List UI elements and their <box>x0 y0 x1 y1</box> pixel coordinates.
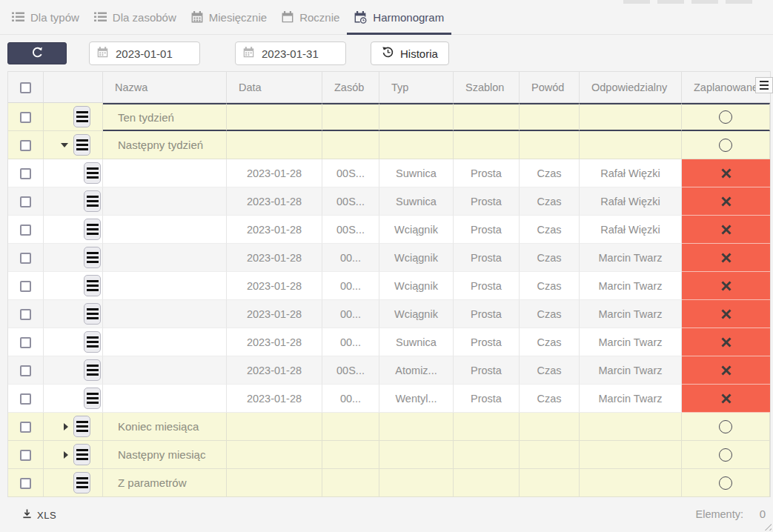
schedule-grid: Nazwa Data Zasób Typ Szablon Powód Odpow… <box>7 71 771 498</box>
row-menu-button[interactable] <box>73 472 90 493</box>
export-xls-button[interactable]: XLS <box>22 508 56 521</box>
resize-grip[interactable] <box>762 521 772 531</box>
tab-dla-typów[interactable]: Dla typów <box>4 0 87 34</box>
row-menu-button[interactable] <box>84 190 101 212</box>
group-name: Koniec miesiąca <box>103 413 227 441</box>
cell-planned <box>682 103 770 131</box>
history-button[interactable]: Historia <box>371 41 449 65</box>
row-menu-button[interactable] <box>73 134 90 156</box>
cell-responsible: Marcin Twarz <box>580 272 682 300</box>
cell-date: 2023-01-28 <box>227 159 322 187</box>
collapse-caret-icon[interactable] <box>61 143 68 147</box>
cell-planned <box>682 385 770 413</box>
row-checkbox[interactable] <box>20 450 31 461</box>
cell-date: 2023-01-28 <box>227 356 322 385</box>
tab-bar: Dla typówDla zasobówMiesięcznieRocznieHa… <box>0 0 773 35</box>
table-row[interactable]: 2023-01-2800S...Atomiz...ProstaCzasMarci… <box>8 356 770 385</box>
row-menu-button[interactable] <box>73 444 90 465</box>
table-row[interactable]: 2023-01-2800...WciągnikProstaCzasMarcin … <box>8 244 770 272</box>
row-menu-button[interactable] <box>84 359 101 381</box>
row-checkbox[interactable] <box>20 309 31 320</box>
column-header-template[interactable]: Szablon <box>454 72 520 103</box>
row-checkbox[interactable] <box>20 365 31 376</box>
group-row[interactable]: Z parametrów <box>8 469 770 497</box>
column-header-date[interactable]: Data <box>227 72 322 103</box>
table-row[interactable]: 2023-01-2800...WciągnikProstaCzasMarcin … <box>8 300 770 328</box>
cell-resource: 00S... <box>322 216 379 244</box>
row-checkbox[interactable] <box>20 337 31 348</box>
row-menu-button[interactable] <box>84 275 101 296</box>
tab-rocznie[interactable]: Rocznie <box>274 0 347 34</box>
select-all-checkbox[interactable] <box>20 82 31 93</box>
group-row[interactable]: Następny miesiąc <box>8 441 770 469</box>
tab-miesięcznie[interactable]: Miesięcznie <box>184 0 274 34</box>
row-menu-button[interactable] <box>73 106 90 127</box>
cell-type: Atomiz... <box>379 356 454 385</box>
row-menu-button[interactable] <box>84 388 101 409</box>
cell-planned <box>682 187 770 216</box>
expand-caret-icon[interactable] <box>64 451 68 459</box>
table-row[interactable]: 2023-01-2800S...WciągnikProstaCzasRafał … <box>8 216 770 244</box>
column-header-resource[interactable]: Zasób <box>322 72 379 103</box>
items-count-label: Elementy: <box>696 508 743 520</box>
table-row[interactable]: 2023-01-2800...WciągnikProstaCzasMarcin … <box>8 272 770 300</box>
cell-resource: 00S... <box>322 356 379 385</box>
select-all-header[interactable] <box>8 72 44 103</box>
tab-harmonogram[interactable]: Harmonogram <box>347 0 451 34</box>
date-from-input[interactable] <box>89 41 200 65</box>
expand-caret-icon[interactable] <box>64 423 68 430</box>
tab-label: Rocznie <box>299 11 339 24</box>
cell-template: Prosta <box>454 216 520 244</box>
group-row[interactable]: Ten tydzień <box>8 103 770 131</box>
group-row[interactable]: Następny tydzień <box>8 131 770 159</box>
cell-planned <box>682 216 770 244</box>
date-to-input[interactable] <box>235 41 346 65</box>
cell-resource: 00S... <box>322 159 379 187</box>
row-checkbox[interactable] <box>20 393 31 405</box>
tab-dla-zasobów[interactable]: Dla zasobów <box>87 0 184 34</box>
column-header-type[interactable]: Typ <box>379 72 454 103</box>
schedule-table: Nazwa Data Zasób Typ Szablon Powód Odpow… <box>7 71 771 498</box>
row-checkbox[interactable] <box>20 281 31 292</box>
row-menu-button[interactable] <box>73 416 90 437</box>
tab-label: Dla zasobów <box>113 11 176 24</box>
cell-reason: Czas <box>520 328 580 356</box>
row-checkbox[interactable] <box>20 478 31 489</box>
row-checkbox[interactable] <box>20 196 31 207</box>
table-row[interactable]: 2023-01-2800...SuwnicaProstaCzasMarcin T… <box>8 328 770 356</box>
date-to-value[interactable] <box>262 47 342 60</box>
row-checkbox[interactable] <box>20 140 31 151</box>
column-settings-button[interactable] <box>755 77 773 93</box>
refresh-button[interactable] <box>7 42 67 64</box>
row-checkbox[interactable] <box>20 168 31 179</box>
cell-planned <box>682 328 770 356</box>
cell-date: 2023-01-28 <box>227 244 322 272</box>
cell-resource: 00... <box>322 300 379 328</box>
planned-x-icon <box>720 365 732 376</box>
row-menu-button[interactable] <box>84 162 101 184</box>
row-menu-button[interactable] <box>84 247 101 268</box>
row-menu-button[interactable] <box>84 331 101 353</box>
column-header-responsible[interactable]: Odpowiedzialny <box>580 72 682 103</box>
column-header-reason[interactable]: Powód <box>520 72 580 103</box>
column-header-name[interactable]: Nazwa <box>103 72 227 103</box>
cell-responsible: Rafał Więzki <box>580 159 682 187</box>
table-row[interactable]: 2023-01-2800S...SuwnicaProstaCzasRafał W… <box>8 159 770 187</box>
group-name: Ten tydzień <box>103 103 227 131</box>
cell-responsible: Marcin Twarz <box>580 244 682 272</box>
history-button-label: Historia <box>400 47 438 60</box>
row-checkbox[interactable] <box>20 112 31 123</box>
row-checkbox[interactable] <box>20 225 31 236</box>
row-menu-button[interactable] <box>84 219 101 240</box>
row-checkbox[interactable] <box>20 422 31 433</box>
cell-reason: Czas <box>520 300 580 328</box>
cell-reason: Czas <box>520 385 580 413</box>
cell-type: Wciągnik <box>379 300 454 328</box>
group-row[interactable]: Koniec miesiąca <box>8 413 770 441</box>
date-from-value[interactable] <box>116 47 196 60</box>
cell-template: Prosta <box>454 385 520 413</box>
table-row[interactable]: 2023-01-2800S...SuwnicaProstaCzasRafał W… <box>8 187 770 216</box>
row-checkbox[interactable] <box>20 253 31 264</box>
table-row[interactable]: 2023-01-2800...Wentyl...ProstaCzasMarcin… <box>8 385 770 413</box>
row-menu-button[interactable] <box>84 303 101 325</box>
